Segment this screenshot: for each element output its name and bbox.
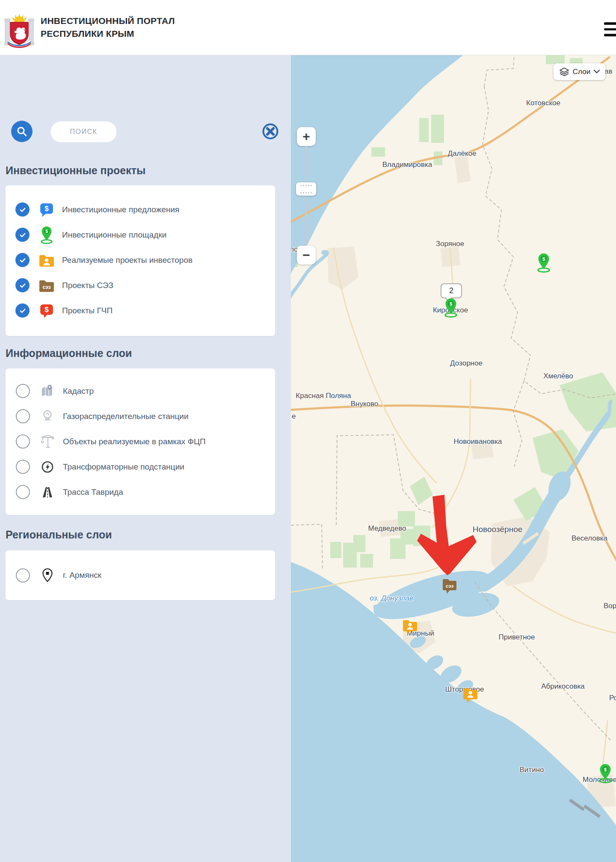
clear-search-icon[interactable]: [262, 123, 279, 140]
layer-label: Газораспределительные станции: [63, 412, 189, 421]
layer-label: Трансформаторные подстанции: [63, 462, 184, 472]
section-title-invest: Инвестиционные проекты: [6, 164, 145, 177]
town-label: Хмелёво: [543, 372, 573, 380]
svg-text:$: $: [45, 229, 48, 233]
zoom-out-button[interactable]: −: [297, 246, 316, 265]
layer-item-investor-projects[interactable]: Реализуемые проекты инвесторов: [6, 247, 275, 273]
layers-button-label: Слои: [573, 68, 590, 76]
layer-item-invest-sites[interactable]: $ Инвестиционные площадки: [6, 222, 275, 247]
sez-project-marker[interactable]: сэз: [442, 577, 457, 596]
basemap: [291, 55, 616, 862]
investor-project-marker[interactable]: [402, 618, 418, 637]
search-input[interactable]: ПОИСК: [50, 121, 117, 143]
filters-sidebar: ПОИСК Инвестиционные проекты $ Инвестици…: [0, 55, 291, 862]
checkbox-checked-icon[interactable]: [15, 303, 30, 318]
svg-text:$: $: [44, 205, 49, 213]
layers-button[interactable]: Слои: [554, 63, 605, 80]
lake-label: оз. Донузлав: [370, 594, 413, 603]
radio-unchecked-icon[interactable]: [16, 460, 30, 474]
invest-site-pin-marker[interactable]: $: [598, 764, 613, 785]
layer-item-tavrida-highway[interactable]: Трасса Таврида: [6, 479, 275, 505]
armyansk-pin-icon: [38, 568, 57, 583]
town-label: Зоряное: [436, 240, 465, 248]
town-label: Новоозёрное: [473, 525, 523, 534]
app-header: ИНВЕСТИЦИОННЫЙ ПОРТАЛ РЕСПУБЛИКИ КРЫМ: [0, 0, 616, 55]
layer-label: Инвестиционные предложения: [62, 205, 179, 214]
layer-item-gas-stations[interactable]: Газораспределительные станции: [6, 404, 275, 429]
town-label: Приветное: [499, 633, 535, 642]
chevron-down-icon: [594, 70, 600, 74]
radio-unchecked-icon[interactable]: [16, 485, 30, 499]
gas-station-lamp-icon: [38, 409, 57, 424]
svg-text:сэз: сэз: [42, 284, 50, 290]
checkbox-checked-icon[interactable]: [15, 253, 30, 267]
investor-folder-person-icon: [37, 253, 56, 267]
invest-site-pin-dollar-icon: $: [37, 226, 56, 244]
checkbox-checked-icon[interactable]: [15, 228, 30, 242]
transformer-bolt-icon: [38, 460, 57, 474]
layer-item-armyansk[interactable]: г. Армянск: [6, 563, 275, 588]
layer-item-cadastre[interactable]: Кадастр: [6, 378, 275, 404]
radio-unchecked-icon[interactable]: [16, 568, 30, 583]
town-label-fragment: ав: [604, 67, 613, 76]
layer-label: Кадастр: [63, 386, 94, 396]
cluster-count-badge[interactable]: 2: [441, 283, 462, 298]
town-label-fragment: е: [292, 412, 296, 421]
town-label: Внуково: [351, 400, 379, 408]
zoom-slider-handle[interactable]: [296, 182, 316, 196]
layer-label: г. Армянск: [63, 571, 101, 580]
layer-item-invest-offers[interactable]: $ Инвестиционные предложения: [6, 197, 275, 222]
layer-label: Инвестиционные площадки: [62, 230, 166, 240]
search-icon: [16, 126, 27, 137]
svg-text:$: $: [604, 767, 607, 772]
layer-label: Реализуемые проекты инвесторов: [62, 256, 192, 265]
svg-text:$: $: [542, 256, 545, 262]
layer-item-fcp-objects[interactable]: Объекты реализуемые в рамках ФЦП: [6, 429, 275, 454]
regional-layers-card: г. Армянск: [6, 550, 275, 600]
invest-layers-card: $ Инвестиционные предложения $ Инвестици…: [6, 185, 275, 336]
investor-project-marker[interactable]: [462, 686, 478, 705]
town-label: Медведево: [368, 524, 406, 533]
zoom-in-button[interactable]: +: [297, 127, 316, 146]
town-label: Котовское: [526, 99, 560, 107]
invest-site-pin-marker[interactable]: $: [444, 298, 458, 319]
crimea-coat-of-arms-logo: [4, 13, 34, 48]
info-layers-card: Кадастр Газораспределительные станции: [6, 369, 275, 515]
layer-item-gchp-projects[interactable]: $ Проекты ГЧП: [6, 298, 275, 323]
radio-unchecked-icon[interactable]: [16, 434, 30, 449]
layer-item-sez-projects[interactable]: сэз Проекты СЭЗ: [6, 273, 275, 298]
radio-unchecked-icon[interactable]: [16, 409, 30, 423]
town-label: Дозорное: [450, 359, 483, 368]
svg-text:$: $: [450, 301, 452, 306]
town-label: Воробьёво: [604, 602, 616, 610]
town-label: Владимировка: [382, 161, 432, 169]
menu-hamburger-icon[interactable]: [604, 22, 616, 37]
cadastre-map-icon: [38, 384, 57, 398]
svg-text:$: $: [44, 306, 49, 314]
town-label: Далёкое: [448, 149, 477, 158]
layer-label: Объекты реализуемые в рамках ФЦП: [63, 437, 206, 446]
highway-icon: [38, 485, 57, 499]
section-title-regional: Региональные слои: [6, 529, 112, 541]
page-title: ИНВЕСТИЦИОННЫЙ ПОРТАЛ РЕСПУБЛИКИ КРЫМ: [41, 15, 175, 40]
town-label: Витино: [520, 766, 544, 774]
section-title-info: Информационные слои: [6, 347, 132, 360]
map-canvas[interactable]: Котовское Далёкое Владимировка Зоряное В…: [291, 55, 616, 862]
layer-label: Проекты ГЧП: [62, 306, 113, 315]
checkbox-checked-icon[interactable]: [15, 278, 30, 292]
sez-folder-icon: сэз: [37, 279, 56, 292]
layer-label: Трасса Таврида: [63, 487, 123, 497]
gchp-bubble-dollar-icon: $: [37, 303, 56, 318]
town-label: Красная Поляна: [296, 392, 351, 400]
layer-item-transformer-substations[interactable]: Трансформаторные подстанции: [6, 454, 275, 479]
town-label: Новоивановка: [454, 437, 502, 446]
layer-label: Проекты СЭЗ: [62, 281, 113, 290]
town-label: Абрикосовка: [541, 682, 585, 691]
search-button[interactable]: [11, 121, 33, 142]
invest-offer-bubble-dollar-icon: $: [37, 202, 56, 217]
svg-text:сэз: сэз: [446, 583, 454, 589]
radio-unchecked-icon[interactable]: [16, 384, 30, 398]
town-label: Ро: [609, 694, 616, 702]
checkbox-checked-icon[interactable]: [15, 202, 30, 217]
invest-site-pin-marker[interactable]: $: [536, 253, 551, 274]
